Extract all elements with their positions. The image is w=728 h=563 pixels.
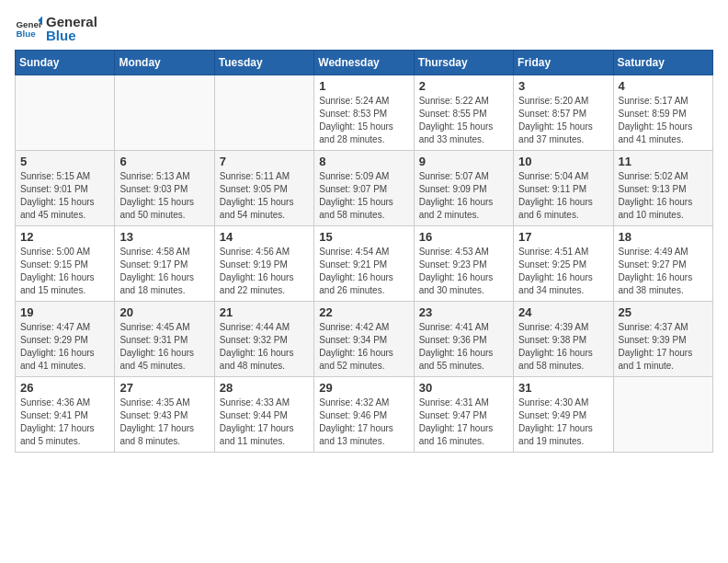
calendar-cell: 22Sunrise: 4:42 AM Sunset: 9:34 PM Dayli… [314,302,414,377]
day-number: 10 [518,155,608,168]
calendar-cell: 24Sunrise: 4:39 AM Sunset: 9:38 PM Dayli… [514,302,613,377]
calendar-cell: 3Sunrise: 5:20 AM Sunset: 8:57 PM Daylig… [514,75,613,151]
calendar-cell: 16Sunrise: 4:53 AM Sunset: 9:23 PM Dayli… [414,226,513,302]
day-number: 25 [619,305,708,319]
calendar-week-row: 5Sunrise: 5:15 AM Sunset: 9:01 PM Daylig… [16,151,713,226]
day-number: 5 [20,155,109,168]
logo-general: General [46,15,97,29]
day-info: Sunrise: 5:02 AM Sunset: 9:13 PM Dayligh… [619,170,708,222]
header-area: General Blue General Blue [15,15,713,42]
day-number: 8 [319,155,408,168]
day-info: Sunrise: 5:00 AM Sunset: 9:15 PM Dayligh… [20,246,109,297]
day-number: 3 [518,79,608,93]
weekday-header-friday: Friday [514,51,613,75]
day-info: Sunrise: 5:04 AM Sunset: 9:11 PM Dayligh… [518,170,608,222]
day-info: Sunrise: 5:13 AM Sunset: 9:03 PM Dayligh… [119,170,209,222]
calendar-cell: 19Sunrise: 4:47 AM Sunset: 9:29 PM Dayli… [16,302,115,377]
day-info: Sunrise: 4:31 AM Sunset: 9:47 PM Dayligh… [419,396,508,448]
day-info: Sunrise: 4:53 AM Sunset: 9:23 PM Dayligh… [419,246,508,297]
calendar-cell: 13Sunrise: 4:58 AM Sunset: 9:17 PM Dayli… [115,226,214,302]
day-info: Sunrise: 4:58 AM Sunset: 9:17 PM Dayligh… [119,246,209,297]
calendar-cell: 27Sunrise: 4:35 AM Sunset: 9:43 PM Dayli… [115,377,214,453]
day-info: Sunrise: 4:45 AM Sunset: 9:31 PM Dayligh… [119,321,209,373]
calendar-cell: 18Sunrise: 4:49 AM Sunset: 9:27 PM Dayli… [613,226,712,302]
calendar-cell [115,75,214,151]
day-number: 4 [619,79,708,93]
weekday-header-row: SundayMondayTuesdayWednesdayThursdayFrid… [16,51,713,75]
calendar-cell: 4Sunrise: 5:17 AM Sunset: 8:59 PM Daylig… [613,75,712,151]
day-number: 19 [20,305,109,319]
day-number: 29 [319,381,408,395]
day-info: Sunrise: 4:37 AM Sunset: 9:39 PM Dayligh… [619,321,708,373]
calendar-cell: 8Sunrise: 5:09 AM Sunset: 9:07 PM Daylig… [314,151,414,226]
calendar-cell: 17Sunrise: 4:51 AM Sunset: 9:25 PM Dayli… [514,226,613,302]
day-number: 2 [419,79,508,93]
calendar-cell: 28Sunrise: 4:33 AM Sunset: 9:44 PM Dayli… [214,377,313,453]
day-number: 15 [319,230,408,244]
day-number: 24 [518,305,608,319]
day-info: Sunrise: 5:09 AM Sunset: 9:07 PM Dayligh… [319,170,408,222]
calendar-cell: 1Sunrise: 5:24 AM Sunset: 8:53 PM Daylig… [314,75,414,151]
logo: General Blue General Blue [15,15,97,42]
day-number: 14 [220,230,309,244]
calendar-week-row: 26Sunrise: 4:36 AM Sunset: 9:41 PM Dayli… [16,377,713,453]
day-info: Sunrise: 4:41 AM Sunset: 9:36 PM Dayligh… [419,321,508,373]
calendar-cell [16,75,115,151]
calendar-cell: 9Sunrise: 5:07 AM Sunset: 9:09 PM Daylig… [414,151,513,226]
calendar-cell: 30Sunrise: 4:31 AM Sunset: 9:47 PM Dayli… [414,377,513,453]
day-info: Sunrise: 4:47 AM Sunset: 9:29 PM Dayligh… [20,321,109,373]
calendar-cell: 2Sunrise: 5:22 AM Sunset: 8:55 PM Daylig… [414,75,513,151]
day-info: Sunrise: 4:56 AM Sunset: 9:19 PM Dayligh… [220,246,309,297]
day-info: Sunrise: 4:44 AM Sunset: 9:32 PM Dayligh… [220,321,309,373]
day-info: Sunrise: 4:54 AM Sunset: 9:21 PM Dayligh… [319,246,408,297]
day-number: 31 [518,381,608,395]
logo-blue: Blue [46,29,97,42]
day-number: 23 [419,305,508,319]
day-number: 12 [20,230,109,244]
calendar-cell: 15Sunrise: 4:54 AM Sunset: 9:21 PM Dayli… [314,226,414,302]
day-number: 13 [119,230,209,244]
day-number: 1 [319,79,408,93]
weekday-header-sunday: Sunday [16,51,115,75]
day-number: 30 [419,381,508,395]
general-blue-icon: General Blue [15,15,42,42]
day-number: 17 [518,230,608,244]
calendar-cell: 23Sunrise: 4:41 AM Sunset: 9:36 PM Dayli… [414,302,513,377]
weekday-header-monday: Monday [115,51,214,75]
day-info: Sunrise: 5:20 AM Sunset: 8:57 PM Dayligh… [518,95,608,146]
calendar-cell: 25Sunrise: 4:37 AM Sunset: 9:39 PM Dayli… [613,302,712,377]
day-info: Sunrise: 4:39 AM Sunset: 9:38 PM Dayligh… [518,321,608,373]
day-number: 18 [619,230,708,244]
calendar-table: SundayMondayTuesdayWednesdayThursdayFrid… [15,50,713,453]
weekday-header-tuesday: Tuesday [214,51,313,75]
day-number: 20 [119,305,209,319]
day-info: Sunrise: 5:24 AM Sunset: 8:53 PM Dayligh… [319,95,408,146]
calendar-cell: 31Sunrise: 4:30 AM Sunset: 9:49 PM Dayli… [514,377,613,453]
day-info: Sunrise: 4:30 AM Sunset: 9:49 PM Dayligh… [518,396,608,448]
day-info: Sunrise: 4:32 AM Sunset: 9:46 PM Dayligh… [319,396,408,448]
day-info: Sunrise: 4:36 AM Sunset: 9:41 PM Dayligh… [20,396,109,448]
calendar-cell: 10Sunrise: 5:04 AM Sunset: 9:11 PM Dayli… [514,151,613,226]
calendar-cell: 7Sunrise: 5:11 AM Sunset: 9:05 PM Daylig… [214,151,313,226]
day-number: 28 [220,381,309,395]
day-info: Sunrise: 4:51 AM Sunset: 9:25 PM Dayligh… [518,246,608,297]
day-info: Sunrise: 4:42 AM Sunset: 9:34 PM Dayligh… [319,321,408,373]
day-number: 9 [419,155,508,168]
calendar-cell: 14Sunrise: 4:56 AM Sunset: 9:19 PM Dayli… [214,226,313,302]
calendar-cell: 20Sunrise: 4:45 AM Sunset: 9:31 PM Dayli… [115,302,214,377]
day-info: Sunrise: 5:17 AM Sunset: 8:59 PM Dayligh… [619,95,708,146]
calendar-week-row: 1Sunrise: 5:24 AM Sunset: 8:53 PM Daylig… [16,75,713,151]
weekday-header-saturday: Saturday [613,51,712,75]
weekday-header-wednesday: Wednesday [314,51,414,75]
calendar-cell: 12Sunrise: 5:00 AM Sunset: 9:15 PM Dayli… [16,226,115,302]
calendar-cell: 11Sunrise: 5:02 AM Sunset: 9:13 PM Dayli… [613,151,712,226]
calendar-cell: 26Sunrise: 4:36 AM Sunset: 9:41 PM Dayli… [16,377,115,453]
day-info: Sunrise: 4:35 AM Sunset: 9:43 PM Dayligh… [119,396,209,448]
calendar-cell [613,377,712,453]
calendar-week-row: 19Sunrise: 4:47 AM Sunset: 9:29 PM Dayli… [16,302,713,377]
calendar-cell: 29Sunrise: 4:32 AM Sunset: 9:46 PM Dayli… [314,377,414,453]
day-number: 7 [220,155,309,168]
day-number: 26 [20,381,109,395]
svg-text:Blue: Blue [17,29,37,39]
day-number: 11 [619,155,708,168]
